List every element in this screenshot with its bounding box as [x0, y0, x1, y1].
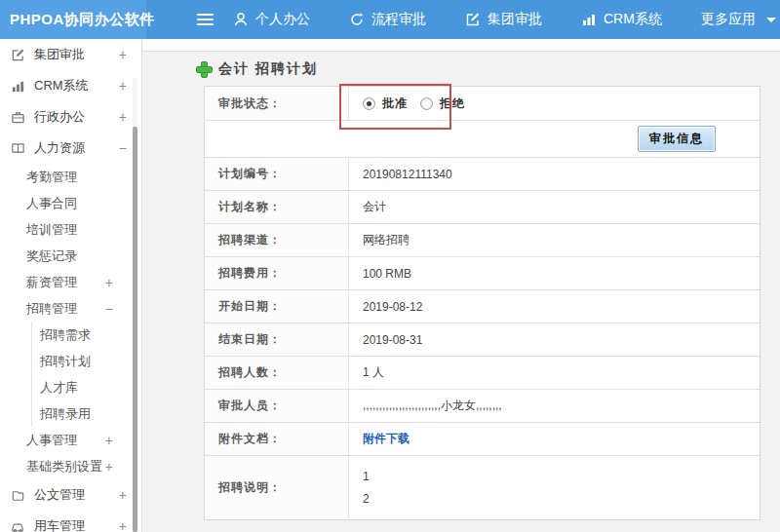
radio-label: 批准 — [382, 95, 408, 112]
expand-plus-icon[interactable]: + — [105, 275, 113, 290]
table-row: 结束日期： 2019-08-31 — [205, 323, 760, 356]
sidebar-scrollbar-thumb[interactable] — [133, 127, 137, 532]
expand-plus-icon[interactable]: + — [119, 518, 127, 532]
sidebar-item-label: 招聘录用 — [40, 405, 91, 423]
nav-more-apps[interactable]: 更多应用 — [682, 0, 780, 39]
table-row: 招聘渠道： 网络招聘 — [205, 223, 760, 256]
table-row: 计划编号： 20190812111340 — [205, 157, 760, 190]
description-row: 招聘说明： 1 2 — [205, 455, 760, 519]
briefcase-icon — [10, 109, 25, 125]
sidebar-item-attendance-mgmt[interactable]: 考勤管理 — [0, 164, 141, 190]
approve-radio-option[interactable]: 批准 — [363, 95, 408, 112]
field-value: 100 RMB — [348, 257, 760, 289]
sidebar-item-label: CRM系统 — [34, 77, 89, 95]
approval-info-button[interactable]: 审批信息 — [638, 126, 716, 152]
nav-personal-office[interactable]: 个人办公 — [214, 0, 330, 39]
sidebar-item-label: 薪资管理 — [26, 274, 77, 291]
sidebar-item-label: 培训管理 — [26, 221, 77, 239]
sidebar-item-salary-mgmt[interactable]: 薪资管理 + — [0, 269, 141, 295]
top-header: PHPOA协同办公软件 个人办公 流程审批 集团审批 CRM系统 — [0, 0, 780, 39]
sidebar-item-group-approval[interactable]: 集团审批 + — [0, 39, 141, 70]
recruit-plan-detail-panel: 审批状态： 批准 拒绝 审批信息 计划编号： 20190812111340 计划… — [204, 86, 760, 520]
expand-plus-icon[interactable]: + — [119, 109, 127, 125]
main-content: 会计 招聘计划 审批状态： 批准 拒绝 审批信息 计划编号： 201908121… — [143, 39, 780, 532]
sidebar-item-document-mgmt[interactable]: 公文管理 + — [0, 479, 141, 511]
sidebar-item-label: 人力资源 — [34, 139, 85, 157]
sidebar-item-recruit-mgmt[interactable]: 招聘管理 − — [0, 295, 141, 322]
collapse-minus-icon[interactable]: − — [119, 140, 127, 156]
sidebar-item-training-mgmt[interactable]: 培训管理 — [0, 216, 141, 243]
collapse-minus-icon[interactable]: − — [105, 301, 113, 317]
nav-group-approval[interactable]: 集团审批 — [446, 0, 562, 39]
sidebar-item-hr-contract[interactable]: 人事合同 — [0, 190, 141, 216]
edit-square-icon — [465, 12, 481, 27]
field-label: 招聘人数： — [205, 357, 348, 389]
expand-plus-icon[interactable]: + — [119, 487, 127, 503]
sidebar-item-talent-pool[interactable]: 人才库 — [0, 374, 141, 400]
content-top-strip — [143, 39, 780, 52]
sidebar-item-crm-system[interactable]: CRM系统 + — [0, 70, 141, 101]
nav-label: 更多应用 — [701, 11, 756, 28]
person-icon — [233, 12, 249, 27]
sidebar: 集团审批 + CRM系统 + 行政办公 + 人力资源 − 考勤管理 人事合同 培… — [0, 39, 142, 532]
radio-button-reject[interactable] — [420, 97, 433, 110]
expand-plus-icon[interactable]: + — [119, 47, 127, 62]
table-row: 招聘人数： 1 人 — [205, 356, 760, 389]
sidebar-item-personnel-mgmt[interactable]: 人事管理 + — [0, 427, 141, 453]
sidebar-item-label: 人事管理 — [26, 432, 77, 449]
sidebar-item-admin-office[interactable]: 行政办公 + — [0, 101, 141, 133]
table-row: 审批人员： ,,,,,,,,,,,,,,,,,,,,,,,,小龙女,,,,,,,… — [205, 389, 760, 422]
sidebar-item-label: 用车管理 — [34, 517, 85, 532]
sidebar-item-label: 人事合同 — [26, 195, 77, 212]
sidebar-item-vehicle-mgmt[interactable]: 用车管理 + — [0, 511, 141, 532]
field-label: 招聘说明： — [205, 456, 348, 519]
sidebar-item-recruit-demand[interactable]: 招聘需求 — [0, 322, 141, 348]
hamburger-menu-icon[interactable] — [197, 0, 214, 39]
reject-radio-option[interactable]: 拒绝 — [420, 95, 465, 112]
sidebar-item-label: 奖惩记录 — [26, 247, 77, 265]
page-title-row: 会计 招聘计划 — [196, 60, 780, 77]
sidebar-item-reward-records[interactable]: 奖惩记录 — [0, 243, 141, 269]
expand-plus-icon[interactable]: + — [105, 459, 113, 475]
sidebar-item-label: 行政办公 — [34, 108, 85, 126]
field-label: 招聘渠道： — [205, 224, 348, 256]
nav-label: CRM系统 — [604, 11, 662, 28]
sidebar-item-label: 集团审批 — [34, 46, 85, 63]
nav-process-approval[interactable]: 流程审批 — [330, 0, 446, 39]
nav-crm-system[interactable]: CRM系统 — [562, 0, 682, 39]
sidebar-item-recruit-plan[interactable]: 招聘计划 — [0, 348, 141, 374]
field-label: 审批状态： — [205, 87, 348, 120]
book-icon — [10, 140, 25, 156]
approval-options-cell: 批准 拒绝 — [348, 87, 760, 120]
table-row: 开始日期： 2019-08-12 — [205, 289, 760, 323]
expand-plus-icon[interactable]: + — [105, 433, 113, 448]
nav-label: 流程审批 — [371, 11, 426, 28]
field-value: 1 人 — [348, 357, 760, 389]
radio-button-approve[interactable] — [363, 97, 375, 110]
expand-plus-icon[interactable]: + — [119, 78, 127, 94]
attachment-download-link[interactable]: 附件下载 — [363, 431, 410, 447]
field-value: ,,,,,,,,,,,,,,,,,,,,,,,,小龙女,,,,,,,, — [348, 390, 760, 422]
field-value: 20190812111340 — [348, 158, 760, 190]
sidebar-item-recruit-hire[interactable]: 招聘录用 — [0, 400, 141, 427]
field-value: 2019-08-12 — [348, 290, 760, 323]
page-title: 会计 招聘计划 — [218, 60, 318, 78]
description-line: 1 — [363, 470, 370, 483]
field-label: 审批人员： — [205, 390, 348, 422]
field-value: 网络招聘 — [348, 224, 760, 256]
bar-chart-icon — [581, 12, 597, 27]
field-value: 2019-08-31 — [348, 323, 760, 356]
attachment-cell: 附件下载 — [348, 423, 760, 455]
sidebar-item-label: 基础类别设置 — [26, 458, 102, 475]
attachment-row: 附件文档： 附件下载 — [205, 422, 760, 455]
nav-label: 个人办公 — [255, 11, 310, 28]
approval-status-row: 审批状态： 批准 拒绝 — [205, 87, 760, 120]
field-label: 招聘费用： — [205, 257, 348, 289]
field-label: 计划编号： — [205, 158, 348, 190]
sidebar-item-label: 人才库 — [40, 379, 78, 397]
sidebar-item-label: 招聘需求 — [40, 326, 91, 344]
nav-label: 集团审批 — [488, 11, 542, 28]
sidebar-item-human-resources[interactable]: 人力资源 − — [0, 133, 141, 164]
sidebar-item-base-category-settings[interactable]: 基础类别设置 + — [0, 453, 141, 479]
radio-label: 拒绝 — [440, 95, 465, 112]
